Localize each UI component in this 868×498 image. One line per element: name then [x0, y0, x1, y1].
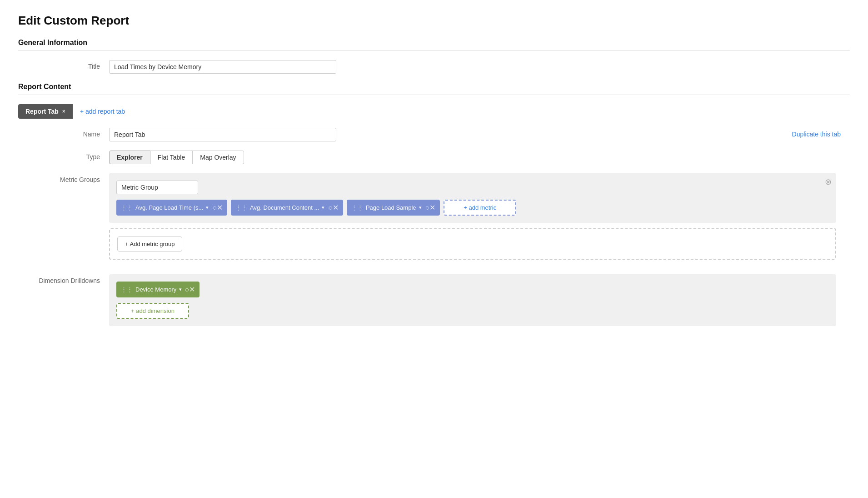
add-metric-group-button[interactable]: + Add metric group [117, 236, 182, 252]
report-content-section: Report Content Report Tab × + add report… [18, 83, 850, 326]
drag-handle-icon: ⋮⋮ [235, 204, 247, 211]
type-button-group: Explorer Flat Table Map Overlay [109, 151, 850, 164]
metric-groups-row: Metric Groups ⊗ ⋮⋮ Avg. Page Load Time (… [18, 173, 850, 265]
type-buttons-group: Explorer Flat Table Map Overlay [109, 151, 850, 164]
metric-chip-arrow-icon[interactable]: ▾ [419, 205, 422, 211]
dimension-chip-close-icon[interactable]: ○✕ [185, 285, 195, 294]
report-content-divider [18, 95, 850, 95]
dimension-box: ⋮⋮ Device Memory ▾ ○✕ + add dimension [109, 274, 836, 326]
page-container: Edit Custom Report General Information T… [0, 0, 868, 498]
type-explorer-button[interactable]: Explorer [109, 151, 150, 164]
title-input[interactable] [109, 60, 336, 74]
general-information-section: General Information Title [18, 39, 850, 74]
duplicate-tab-link[interactable]: Duplicate this tab [792, 128, 850, 138]
metric-chip-label: Avg. Page Load Time (s... [135, 204, 203, 211]
drag-handle-icon: ⋮⋮ [121, 286, 133, 293]
metrics-row: ⋮⋮ Avg. Page Load Time (s... ▾ ○✕ ⋮⋮ Avg… [116, 200, 829, 216]
metric-groups-label: Metric Groups [18, 173, 109, 183]
type-flat-table-button[interactable]: Flat Table [150, 151, 193, 164]
metric-chip-label: Avg. Document Content ... [250, 204, 319, 211]
metric-group-box: ⊗ ⋮⋮ Avg. Page Load Time (s... ▾ ○✕ ⋮⋮ [109, 173, 836, 223]
dimension-chip: ⋮⋮ Device Memory ▾ ○✕ [116, 282, 200, 297]
metric-chip: ⋮⋮ Avg. Document Content ... ▾ ○✕ [231, 200, 343, 216]
drag-handle-icon: ⋮⋮ [351, 204, 363, 211]
add-tab-button[interactable]: + add report tab [80, 108, 125, 115]
metric-groups-content: ⊗ ⋮⋮ Avg. Page Load Time (s... ▾ ○✕ ⋮⋮ [109, 173, 850, 265]
tabs-bar: Report Tab × + add report tab [18, 104, 850, 119]
add-metric-group-box: + Add metric group [109, 228, 836, 260]
add-dimension-button[interactable]: + add dimension [116, 303, 189, 319]
metric-group-close-icon[interactable]: ⊗ [825, 178, 832, 186]
general-information-heading: General Information [18, 39, 850, 47]
metric-chip-close-icon[interactable]: ○✕ [425, 203, 436, 212]
drag-handle-icon: ⋮⋮ [121, 204, 133, 211]
page-title: Edit Custom Report [18, 14, 850, 28]
type-label: Type [18, 151, 109, 161]
title-row: Title [18, 60, 850, 74]
tab-name-label: Name [18, 128, 109, 138]
metric-chip-close-icon[interactable]: ○✕ [328, 203, 339, 212]
metric-chip-arrow-icon[interactable]: ▾ [206, 205, 209, 211]
metric-chip-label: Page Load Sample [366, 204, 416, 211]
tab-name-dup-wrapper: Duplicate this tab [109, 128, 850, 141]
metric-chip-arrow-icon[interactable]: ▾ [322, 205, 324, 211]
tab-close-icon[interactable]: × [62, 108, 65, 115]
metric-group-name-input[interactable] [116, 181, 198, 194]
dimension-drilldowns-label: Dimension Drilldowns [18, 274, 109, 284]
active-tab[interactable]: Report Tab × [18, 104, 73, 119]
dimension-chip-arrow-icon[interactable]: ▾ [179, 287, 182, 292]
dimension-chips-row: ⋮⋮ Device Memory ▾ ○✕ [116, 282, 829, 297]
metric-chip-close-icon[interactable]: ○✕ [212, 203, 223, 212]
type-row: Type Explorer Flat Table Map Overlay [18, 151, 850, 164]
dimension-drilldowns-row: Dimension Drilldowns ⋮⋮ Device Memory ▾ … [18, 274, 850, 326]
dimension-drilldowns-content: ⋮⋮ Device Memory ▾ ○✕ + add dimension [109, 274, 850, 326]
type-map-overlay-button[interactable]: Map Overlay [193, 151, 244, 164]
dimension-chip-label: Device Memory [135, 286, 176, 293]
title-label: Title [18, 60, 109, 70]
tab-name-input[interactable] [109, 128, 336, 141]
metric-chip: ⋮⋮ Page Load Sample ▾ ○✕ [347, 200, 440, 216]
report-content-heading: Report Content [18, 83, 850, 91]
general-info-divider [18, 50, 850, 51]
metric-chip: ⋮⋮ Avg. Page Load Time (s... ▾ ○✕ [116, 200, 227, 216]
add-metric-button[interactable]: + add metric [444, 200, 516, 216]
tab-name-row: Name Duplicate this tab [18, 128, 850, 141]
title-field-wrapper [109, 60, 850, 74]
active-tab-label: Report Tab [25, 108, 59, 115]
